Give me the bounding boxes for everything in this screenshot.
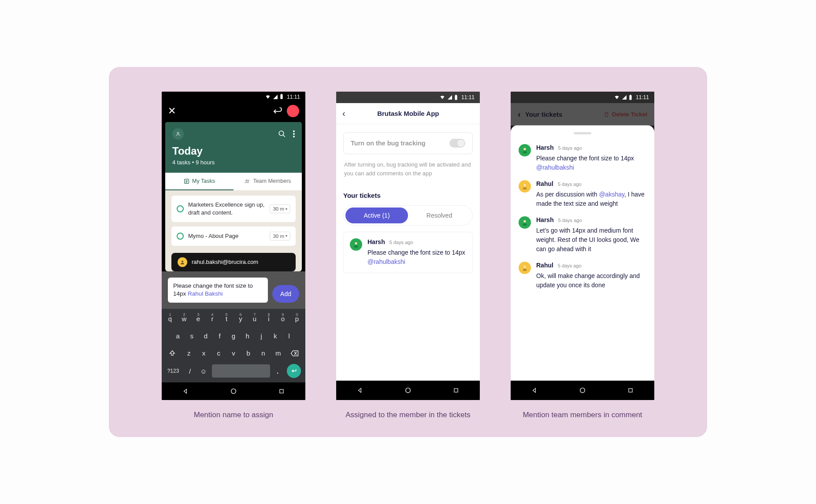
page-title: Brutask Mobile App bbox=[351, 110, 466, 117]
space-key[interactable] bbox=[212, 364, 270, 378]
mention-suggestion[interactable]: rahul.bakshi@brucira.com bbox=[171, 253, 296, 271]
key[interactable]: f bbox=[214, 329, 226, 343]
key[interactable]: 2w bbox=[178, 311, 190, 326]
nav-back-icon[interactable] bbox=[357, 387, 363, 393]
checkbox-icon[interactable] bbox=[177, 233, 184, 240]
caption: Mention team members in comment bbox=[523, 411, 642, 419]
comment: Rahul5 days ago Ok, will make change acc… bbox=[519, 262, 646, 290]
key[interactable]: 5t bbox=[221, 311, 232, 326]
key[interactable]: k bbox=[270, 329, 281, 343]
ticket-card[interactable]: Harsh 5 days ago Please change the font … bbox=[343, 232, 473, 273]
list-icon bbox=[184, 178, 189, 184]
svg-point-21 bbox=[523, 184, 526, 186]
more-icon[interactable] bbox=[293, 130, 295, 137]
wifi-icon bbox=[439, 95, 445, 100]
key[interactable]: n bbox=[257, 346, 270, 360]
symbols-key[interactable]: ?123 bbox=[164, 368, 182, 374]
delete-ticket-button[interactable]: Delete Ticket bbox=[604, 111, 647, 118]
nav-home-icon[interactable] bbox=[579, 387, 586, 394]
sheet-handle[interactable] bbox=[574, 132, 591, 134]
record-button[interactable] bbox=[287, 105, 299, 117]
nav-home-icon[interactable] bbox=[404, 387, 412, 394]
back-icon[interactable]: ‹ bbox=[518, 109, 521, 119]
toggle-switch[interactable] bbox=[449, 139, 465, 148]
key[interactable]: a bbox=[172, 329, 184, 343]
team-icon bbox=[244, 178, 250, 184]
nav-home-icon[interactable] bbox=[230, 388, 237, 395]
key[interactable]: 9o bbox=[277, 311, 289, 326]
nav-recent-icon[interactable] bbox=[453, 387, 459, 393]
header-title: Today bbox=[172, 145, 295, 157]
svg-point-22 bbox=[523, 220, 526, 222]
mention: @rahulbakshi bbox=[367, 258, 405, 265]
comment-text: Please change the font size to 14px @rah… bbox=[536, 154, 646, 172]
svg-rect-19 bbox=[630, 95, 631, 95]
key[interactable]: 1q bbox=[164, 311, 176, 326]
comment-time: 5 days ago bbox=[558, 218, 582, 223]
segment-resolved[interactable]: Resolved bbox=[408, 208, 471, 223]
svg-rect-14 bbox=[456, 95, 457, 95]
search-icon[interactable] bbox=[278, 130, 286, 138]
nav-recent-icon[interactable] bbox=[278, 388, 285, 394]
nav-back-icon[interactable] bbox=[531, 387, 538, 393]
svg-point-5 bbox=[293, 133, 295, 135]
status-bar: 11:11 bbox=[511, 92, 654, 103]
emoji-key[interactable]: ☺ bbox=[198, 367, 209, 375]
nav-back-icon[interactable] bbox=[182, 388, 189, 394]
duration-selector[interactable]: 30 m▾ bbox=[270, 204, 290, 213]
segment-active[interactable]: Active (1) bbox=[345, 208, 408, 223]
key[interactable]: v bbox=[227, 346, 240, 360]
key[interactable]: 4r bbox=[207, 311, 218, 326]
svg-point-4 bbox=[293, 130, 295, 132]
avatar-icon bbox=[350, 238, 362, 251]
backspace-key[interactable] bbox=[287, 346, 303, 360]
key[interactable]: z bbox=[183, 346, 195, 360]
avatar-icon bbox=[519, 144, 531, 156]
mention: @akshay bbox=[599, 191, 624, 198]
key[interactable]: d bbox=[200, 329, 211, 343]
key[interactable]: s bbox=[186, 329, 198, 343]
comment: Harsh5 days ago Please change the font s… bbox=[519, 144, 646, 172]
key[interactable]: . bbox=[273, 367, 282, 375]
add-button[interactable]: Add bbox=[272, 285, 299, 303]
key[interactable]: b bbox=[242, 346, 255, 360]
checkbox-icon[interactable] bbox=[177, 205, 184, 212]
key[interactable]: c bbox=[212, 346, 225, 360]
section-title: Your tickets bbox=[343, 192, 473, 199]
svg-point-2 bbox=[177, 132, 179, 134]
back-icon[interactable]: ‹ bbox=[342, 108, 345, 119]
svg-point-3 bbox=[279, 131, 284, 136]
svg-point-8 bbox=[246, 180, 247, 181]
duration-selector[interactable]: 30 m▾ bbox=[270, 232, 290, 241]
key[interactable]: h bbox=[242, 329, 253, 343]
battery-icon bbox=[280, 94, 283, 100]
undo-icon[interactable] bbox=[273, 107, 282, 115]
task-item[interactable]: Mymo - About Page 30 m▾ bbox=[171, 226, 296, 246]
task-item[interactable]: Marketers Excellence sign up, draft and … bbox=[171, 196, 296, 222]
keyboard[interactable]: 1q 2w 3e 4r 5t 6y 7u 8i 9o 0p a bbox=[162, 309, 305, 382]
comment-author: Rahul bbox=[536, 262, 553, 269]
ticket-author: Harsh bbox=[367, 238, 385, 245]
nav-recent-icon[interactable] bbox=[627, 387, 634, 393]
avatar-icon bbox=[178, 257, 187, 267]
key[interactable]: x bbox=[198, 346, 210, 360]
comment-input[interactable]: Please change the font size to 14px Rahu… bbox=[168, 278, 268, 303]
key[interactable]: m bbox=[272, 346, 284, 360]
key[interactable]: 7u bbox=[249, 311, 260, 326]
key[interactable]: 8i bbox=[263, 311, 274, 326]
key[interactable]: 0p bbox=[291, 311, 303, 326]
key[interactable]: 3e bbox=[193, 311, 204, 326]
enter-key[interactable] bbox=[287, 364, 301, 378]
key[interactable]: / bbox=[185, 367, 195, 375]
comment-text: Let's go with 14px and medium font weigh… bbox=[536, 226, 646, 254]
shift-key[interactable] bbox=[164, 346, 180, 360]
close-icon[interactable]: ✕ bbox=[168, 105, 176, 117]
key[interactable]: l bbox=[284, 329, 295, 343]
key[interactable]: j bbox=[256, 329, 267, 343]
tab-team-members[interactable]: Team Members bbox=[234, 173, 302, 190]
comment-author: Harsh bbox=[536, 144, 554, 151]
key[interactable]: g bbox=[228, 329, 239, 343]
key[interactable]: 6y bbox=[235, 311, 246, 326]
tab-my-tasks[interactable]: My Tasks bbox=[165, 173, 234, 190]
user-avatar-icon[interactable] bbox=[172, 128, 184, 140]
